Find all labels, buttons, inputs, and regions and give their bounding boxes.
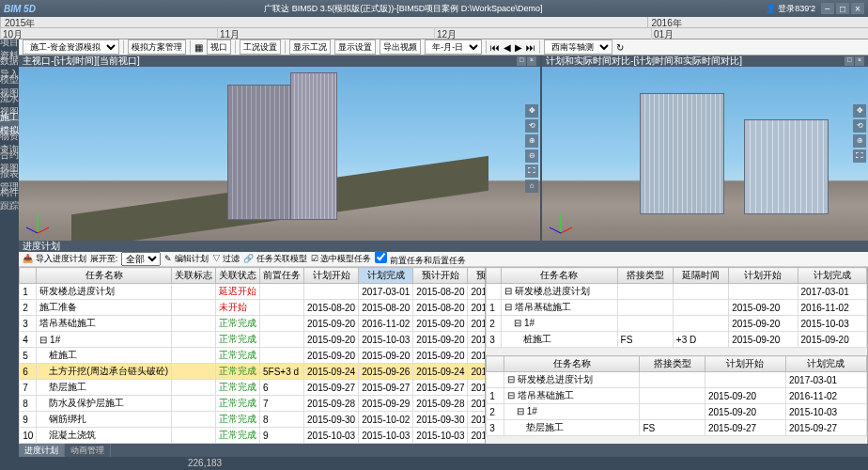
expand-label: 展开至:	[90, 253, 118, 265]
col-header[interactable]: 搭接类型	[617, 268, 673, 284]
expand-select[interactable]: 全部	[121, 252, 161, 266]
col-header[interactable]: 预计开始	[413, 268, 468, 284]
play-next-icon[interactable]: ⏭	[526, 42, 535, 53]
close-button[interactable]: ×	[851, 3, 864, 14]
col-header[interactable]: 预计完成	[468, 268, 486, 284]
export-vid-button[interactable]: 导出视频	[380, 39, 421, 55]
play-prev-icon[interactable]: ◀	[504, 42, 511, 53]
refresh-icon[interactable]: ↻	[616, 42, 624, 53]
viewport-mgmt-icon[interactable]: ▦	[194, 42, 203, 53]
viewport-button[interactable]: 视口	[207, 39, 231, 55]
col-header[interactable]: 计划完成	[798, 268, 866, 284]
table-row[interactable]: 5 桩施工正常完成2015-09-202015-09-202015-09-202…	[20, 348, 487, 364]
fit-icon[interactable]: ⛶	[853, 149, 866, 163]
table-row[interactable]: 3塔吊基础施工正常完成2015-09-202016-11-022015-09-2…	[20, 316, 487, 332]
pan-icon[interactable]: ✥	[853, 104, 866, 118]
col-header[interactable]: 计划完成	[359, 268, 413, 284]
col-header[interactable]: 任务名称	[504, 356, 640, 372]
ruler-year: 2015年	[0, 17, 647, 27]
zoom-out-icon[interactable]: ⊖	[525, 149, 538, 163]
col-header[interactable]: 关联状态	[216, 268, 260, 284]
assoc-model-button[interactable]: 🔗 任务关联模型	[243, 253, 307, 265]
footer-tab[interactable]: 进度计划	[19, 444, 65, 457]
table-row[interactable]: 1研发楼总进度计划延迟开始2017-03-012015-08-202017-03…	[20, 284, 487, 300]
table-row[interactable]: 10 混凝土浇筑正常完成92015-10-032015-10-032015-10…	[20, 428, 487, 444]
table-row[interactable]: 2 ⊟ 1#2015-09-202015-10-03	[487, 316, 867, 332]
play-icon[interactable]: ▶	[515, 42, 522, 53]
show-set-button[interactable]: 显示设置	[334, 39, 376, 55]
table-row[interactable]: 2 ⊟ 1#2015-09-202015-10-03	[487, 404, 867, 420]
footer-tabs: 进度计划动画管理	[19, 444, 868, 457]
maximize-button[interactable]: □	[836, 3, 849, 14]
table-row[interactable]: 1⊟ 塔吊基础施工2015-09-202016-11-02	[487, 300, 867, 316]
table-row[interactable]: 3 垫层施工FS2015-09-272015-09-27	[487, 420, 867, 436]
table-row[interactable]: 3 桩施工FS+3 D2015-09-202015-09-20	[487, 332, 867, 348]
table-row[interactable]: 1⊟ 塔吊基础施工2015-09-202016-11-02	[487, 388, 867, 404]
col-header[interactable]: 前置任务	[260, 268, 304, 284]
view-tools: ✥ ⟲ ⊕ ⊖ ⛶ ⌂	[525, 104, 538, 193]
table-row[interactable]: 6 土方开挖(周边承台链头破砼)正常完成5FS+3 d2015-09-24201…	[20, 364, 487, 380]
timeline-ruler[interactable]: 2015年2016年 10月11月12月01月	[0, 17, 868, 39]
main-task-table[interactable]: 任务名称关联标志关联状态前置任务计划开始计划完成预计开始预计完成实际1研发楼总进…	[19, 267, 486, 444]
col-header[interactable]	[487, 356, 504, 372]
svg-line-2	[26, 227, 38, 233]
axis-indicator	[24, 211, 51, 237]
col-header[interactable]	[487, 268, 502, 284]
date-format-select[interactable]: 年-月-日	[425, 39, 482, 55]
ruler-month: 10月	[0, 28, 217, 39]
col-header[interactable]: 任务名称	[502, 268, 617, 284]
minimize-button[interactable]: −	[821, 3, 834, 14]
play-first-icon[interactable]: ⏮	[490, 42, 500, 53]
viewport-left-canvas[interactable]: ✥ ⟲ ⊕ ⊖ ⛶ ⌂	[19, 67, 540, 241]
front-back-checkbox[interactable]: 前置任务和后置任务	[375, 251, 466, 267]
edit-plan-button[interactable]: ✎ 编辑计划	[164, 253, 209, 265]
table-row[interactable]: ⊟ 研发楼总进度计划2017-03-01	[487, 284, 867, 300]
col-header[interactable]: 搭接类型	[640, 356, 705, 372]
col-header[interactable]: 计划开始	[705, 356, 785, 372]
col-header[interactable]: 延隔时间	[673, 268, 728, 284]
svg-line-4	[561, 227, 572, 233]
table-row[interactable]: 9 钢筋绑扎正常完成82015-09-302015-10-022015-09-3…	[20, 412, 487, 428]
rotate-icon[interactable]: ⟲	[525, 119, 538, 133]
pan-icon[interactable]: ✥	[525, 104, 538, 118]
sidebar-item-track-icon[interactable]: 构件跟踪	[0, 190, 19, 209]
footer-tab[interactable]: 动画管理	[65, 444, 111, 457]
col-header[interactable]: 任务名称	[37, 268, 172, 284]
col-header[interactable]	[20, 268, 37, 284]
fit-icon[interactable]: ⛶	[525, 164, 538, 178]
ruler-year: 2016年	[647, 17, 869, 27]
show-wk-button[interactable]: 显示工况	[289, 39, 331, 55]
table-row[interactable]: 8 防水及保护层施工正常完成72015-09-282015-09-292015-…	[20, 396, 487, 412]
table-row[interactable]: 7 垫层施工正常完成62015-09-272015-09-272015-09-2…	[20, 380, 487, 396]
home-icon[interactable]: ⌂	[525, 180, 538, 193]
col-header[interactable]: 计划开始	[304, 268, 359, 284]
table-row[interactable]: 4⊟ 1#正常完成2015-09-202015-10-032015-09-202…	[20, 332, 487, 348]
vp-max-icon[interactable]: □	[517, 56, 526, 66]
import-plan-button[interactable]: 📥 导入进度计划	[23, 253, 86, 265]
filter-button[interactable]: ▽ 过滤	[212, 253, 240, 265]
sel-tasks-button[interactable]: ☑ 选中模型任务	[311, 253, 372, 265]
col-header[interactable]: 计划完成	[785, 356, 866, 372]
table-row[interactable]: 2施工准备未开始2015-08-202015-08-202015-08-2020…	[20, 300, 487, 316]
vp-close-icon[interactable]: ×	[527, 56, 536, 66]
zoom-icon[interactable]: ⊕	[853, 134, 866, 148]
sim-mgmt-button[interactable]: 模拟方案管理	[128, 39, 186, 55]
col-header[interactable]: 关联标志	[172, 268, 216, 284]
wk-set-button[interactable]: 工况设置	[240, 39, 281, 55]
vp-close-icon[interactable]: ×	[855, 56, 864, 66]
vp-max-icon[interactable]: □	[845, 56, 854, 66]
viewport-right-canvas[interactable]: ✥⟲⊕⛶	[542, 67, 868, 241]
window-title: 广联达 BIM5D 3.5(模拟版(正式版))-[BIM5D项目案例 D:\Wo…	[41, 3, 766, 15]
login-info[interactable]: 👤 登录839'2	[766, 3, 815, 15]
col-header[interactable]: 计划开始	[729, 268, 798, 284]
successor-table[interactable]: 任务名称搭接类型计划开始计划完成⊟ 研发楼总进度计划2017-03-011⊟ 塔…	[486, 355, 868, 444]
table-row[interactable]: ⊟ 研发楼总进度计划2017-03-01	[487, 372, 867, 388]
main-toolbar: 施工-资金资源模拟 模拟方案管理 ▦ 视口 工况设置 显示工况 显示设置 导出视…	[19, 39, 868, 55]
predecessor-table[interactable]: 任务名称搭接类型延隔时间计划开始计划完成⊟ 研发楼总进度计划2017-03-01…	[486, 267, 868, 355]
viewport-right-title: 计划和实际时间对比-[计划时间和实际时间对比]	[546, 55, 742, 68]
viewport-left-title: 主视口-[计划时间][当前视口]	[23, 55, 139, 68]
rotate-icon[interactable]: ⟲	[853, 119, 866, 133]
model-select[interactable]: 施工-资金资源模拟	[23, 39, 119, 55]
zoom-icon[interactable]: ⊕	[525, 134, 538, 148]
axis-select[interactable]: 西南等轴测	[544, 39, 612, 55]
